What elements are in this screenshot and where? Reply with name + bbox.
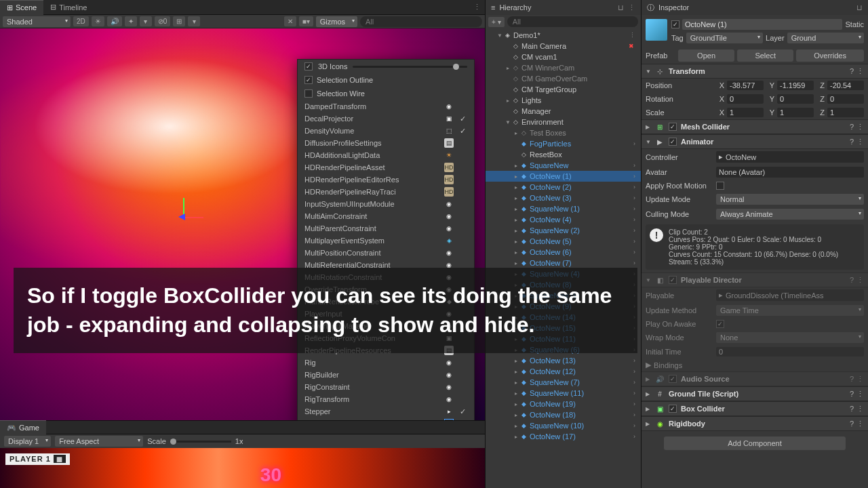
static-label[interactable]: Static — [845, 20, 864, 28]
create-dropdown[interactable]: + ▾ — [488, 17, 505, 27]
shading-dropdown[interactable]: Shaded — [3, 16, 71, 27]
prefab-select-button[interactable]: Select — [737, 49, 793, 62]
transform-header[interactable]: ▼⊹ Transform ?⋮ — [642, 64, 868, 79]
scl-z-input[interactable]: 1 — [827, 108, 864, 117]
hierarchy-item[interactable]: ▸◆OctoNew (19)› — [486, 399, 641, 409]
box-collider-header[interactable]: ▶▣ Box Collider?⋮ — [642, 401, 868, 416]
transform-gizmo-icon[interactable] — [183, 198, 184, 218]
hierarchy-item[interactable]: ▸◆OctoNew (17)› — [486, 431, 641, 442]
more-icon[interactable]: ⋮ — [856, 67, 864, 76]
playable-field[interactable]: ▸GroundDissolve (TimelineAss — [716, 289, 864, 301]
gizmo-item[interactable]: HDRenderPipelineRayTraciHD — [298, 186, 474, 198]
tab-game[interactable]: 🎮 Game — [0, 420, 46, 435]
gizmo-item[interactable]: InputSystemUIInputModule◉ — [298, 198, 474, 210]
tab-timeline[interactable]: ⊟ Timeline — [43, 0, 94, 15]
gizmos-dropdown[interactable]: Gizmos — [316, 16, 357, 27]
animator-header[interactable]: ▼▶ Animator ?⋮ — [642, 134, 868, 149]
hidden-icon[interactable]: ⊘0 — [155, 16, 171, 26]
hierarchy-item[interactable]: ▸◆OctoNew (2)› — [486, 182, 641, 192]
gizmo-item[interactable]: DiffusionProfileSettings▤ — [298, 137, 474, 149]
lighting-icon[interactable]: ☀ — [92, 16, 104, 26]
hierarchy-item[interactable]: ▸◆OctoNew (6)› — [486, 247, 641, 258]
root-motion-checkbox[interactable] — [716, 182, 724, 190]
rot-z-input[interactable]: 0 — [827, 94, 864, 104]
avatar-field[interactable]: None (Avatar) — [716, 167, 864, 178]
go-active-checkbox[interactable] — [671, 20, 679, 28]
hierarchy-item[interactable]: ▸◆OctoNew (18)› — [486, 409, 641, 420]
hierarchy-item[interactable]: ▸◆OctoNew (5)› — [486, 236, 641, 247]
gizmos-list[interactable]: DampedTransform◉DecalProjector▣✓DensityV… — [298, 100, 474, 420]
rigidbody-header[interactable]: ▶◉ Rigidbody?⋮ — [642, 416, 868, 431]
layer-dropdown[interactable]: Ground — [787, 33, 864, 43]
fx-dd-icon[interactable]: ▾ — [140, 16, 152, 26]
hierarchy-item[interactable]: ◇CM GameOverCam — [486, 73, 641, 84]
gizmo-item[interactable]: MultiAimConstraint◉ — [298, 210, 474, 222]
gizmo-item[interactable]: Rig◉ — [298, 357, 474, 369]
icon-size-slider[interactable] — [353, 66, 467, 68]
tag-dropdown[interactable]: GroundTile — [686, 33, 763, 43]
lock-icon[interactable]: ⊔ — [618, 3, 624, 12]
wrap-dropdown[interactable]: None — [716, 332, 864, 343]
2d-toggle[interactable]: 2D — [73, 16, 89, 26]
gizmo-item[interactable]: RigBuilder◉ — [298, 369, 474, 381]
hierarchy-item[interactable]: ▸◇Test Boxes — [486, 127, 641, 138]
hierarchy-item[interactable]: ▸◆OctoNew (4)› — [486, 214, 641, 225]
aspect-dropdown[interactable]: Free Aspect — [55, 436, 143, 447]
pos-z-input[interactable]: -20.54 — [827, 81, 864, 90]
gizmo-item[interactable]: MultiplayerEventSystem◈ — [298, 235, 474, 247]
hierarchy-item[interactable]: ◇CM vcam1 — [486, 52, 641, 62]
hierarchy-item[interactable]: ▸◆OctoNew (12)› — [486, 366, 641, 377]
hierarchy-item[interactable]: ◆FogParticles› — [486, 138, 641, 149]
prefab-open-button[interactable]: Open — [678, 49, 734, 62]
gizmo-item[interactable]: MultiPositionConstraint◉ — [298, 247, 474, 259]
audio-source-header[interactable]: ▶🔊 Audio Source?⋮ — [642, 371, 868, 386]
gizmo-item[interactable]: HDAdditionalLightData☀ — [298, 149, 474, 161]
mesh-collider-header[interactable]: ▶⊞ Mesh Collider ?⋮ — [642, 119, 868, 134]
hierarchy-menu-icon[interactable]: ⋮ — [628, 3, 635, 12]
scale-slider[interactable] — [170, 441, 231, 443]
hierarchy-item[interactable]: ▼◈Demo1*⋮ — [486, 30, 641, 41]
hierarchy-item[interactable]: ◇Main Camera✖ — [486, 41, 641, 52]
mesh-collider-toggle[interactable] — [669, 123, 677, 131]
add-component-button[interactable]: Add Component — [664, 436, 845, 450]
hierarchy-item[interactable]: ◇Manager — [486, 106, 641, 117]
prefab-overrides-button[interactable]: Overrides — [796, 49, 864, 62]
gizmo-item[interactable]: Stepper▸✓ — [298, 405, 474, 418]
audio-icon[interactable]: 🔊 — [107, 16, 122, 26]
gizmo-item[interactable]: HDRenderPipelineEditorResHD — [298, 174, 474, 186]
tab-menu-icon[interactable]: ⋮ — [473, 3, 485, 12]
rot-y-input[interactable]: 0 — [777, 94, 814, 104]
init-time-input[interactable]: 0 — [716, 347, 864, 357]
hierarchy-list[interactable]: ▼◈Demo1*⋮◇Main Camera✖◇CM vcam1▸◇CM Winn… — [486, 28, 641, 488]
box-collider-toggle[interactable] — [669, 405, 677, 413]
gizmo-item[interactable]: DampedTransform◉ — [298, 100, 474, 113]
playable-toggle[interactable] — [669, 276, 677, 284]
gizmo-item[interactable]: RigConstraint◉ — [298, 381, 474, 393]
hierarchy-item[interactable]: ▸◆SquareNew (1)› — [486, 203, 641, 214]
tab-scene[interactable]: ⊞ Scene — [0, 0, 43, 15]
play-awake-checkbox[interactable] — [716, 320, 724, 328]
hierarchy-item[interactable]: ▸◆OctoNew (3)› — [486, 192, 641, 203]
help-icon[interactable]: ? — [850, 67, 854, 76]
gizmo-item[interactable]: MultiParentConstraint◉ — [298, 222, 474, 235]
scene-viewport[interactable]: 3D Icons Selection Outline Selection Wir… — [0, 28, 485, 420]
hierarchy-item[interactable]: ▸◆OctoNew (1)› — [486, 171, 641, 182]
hierarchy-item[interactable]: ▸◆SquareNew (2)› — [486, 225, 641, 236]
bindings-label[interactable]: Bindings — [654, 361, 682, 369]
hierarchy-item[interactable]: ◇CM TargetGroup — [486, 84, 641, 95]
rot-x-input[interactable]: 0 — [727, 94, 764, 104]
playable-director-header[interactable]: ▼◧ Playable Director ?⋮ — [642, 272, 868, 287]
3d-icons-checkbox[interactable] — [304, 62, 313, 70]
tools-icon[interactable]: ✕ — [284, 16, 296, 26]
scl-y-input[interactable]: 1 — [777, 108, 814, 117]
hierarchy-item[interactable]: ▸◇Lights — [486, 95, 641, 106]
sel-outline-checkbox[interactable] — [304, 76, 313, 84]
pos-x-input[interactable]: -38.577 — [727, 81, 764, 90]
fx-icon[interactable]: ✦ — [125, 16, 137, 26]
hierarchy-search[interactable] — [507, 16, 638, 27]
grid-icon[interactable]: ⊞ — [173, 16, 185, 26]
scl-x-input[interactable]: 1 — [727, 108, 764, 117]
ground-tile-header[interactable]: ▶# Ground Tile (Script)?⋮ — [642, 386, 868, 401]
hierarchy-item[interactable]: ▸◆OctoNew (13)› — [486, 355, 641, 366]
grid-dd-icon[interactable]: ▾ — [188, 16, 200, 26]
